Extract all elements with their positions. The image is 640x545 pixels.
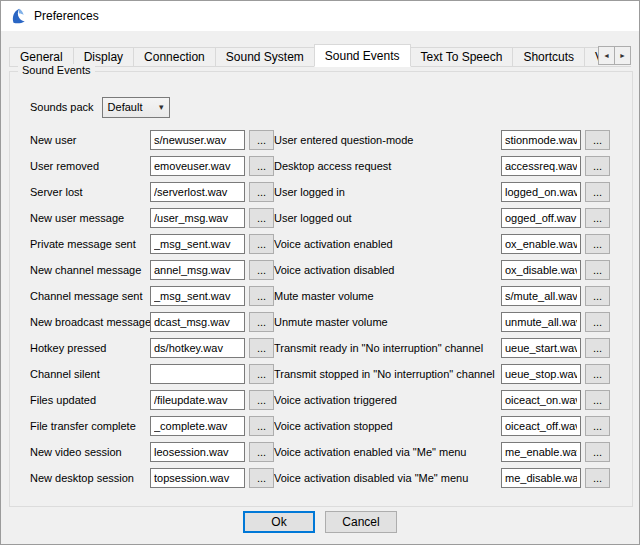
browse-button[interactable]: ... <box>249 442 274 462</box>
sound-event-row: New broadcast message... <box>30 311 274 332</box>
browse-button[interactable]: ... <box>249 364 274 384</box>
sound-file-input[interactable] <box>150 260 245 280</box>
sound-file-input[interactable] <box>501 416 581 436</box>
browse-button[interactable]: ... <box>249 312 274 332</box>
browse-button[interactable]: ... <box>249 182 274 202</box>
browse-button[interactable]: ... <box>585 234 610 254</box>
tab-scroll-left-icon[interactable]: ◄ <box>598 46 615 65</box>
sound-file-input[interactable] <box>150 364 245 384</box>
sound-file-input[interactable] <box>501 234 581 254</box>
cancel-button[interactable]: Cancel <box>325 511 397 533</box>
sound-file-input[interactable] <box>150 286 245 306</box>
tab-sound-system[interactable]: Sound System <box>215 47 315 67</box>
sound-event-row: New user message... <box>30 207 274 228</box>
browse-button[interactable]: ... <box>585 260 610 280</box>
sound-file-input[interactable] <box>501 468 581 488</box>
sound-file-input[interactable] <box>150 208 245 228</box>
sound-event-row: Files updated... <box>30 389 274 410</box>
sound-event-label: Files updated <box>30 394 150 406</box>
sound-event-row: Channel silent... <box>30 363 274 384</box>
sounds-pack-label: Sounds pack <box>30 101 94 113</box>
sound-event-row: Transmit stopped in "No interruption" ch… <box>274 363 610 384</box>
sound-file-input[interactable] <box>150 130 245 150</box>
sound-event-label: File transfer complete <box>30 420 150 432</box>
sound-file-input[interactable] <box>150 416 245 436</box>
sound-event-label: Mute master volume <box>274 290 501 302</box>
sound-file-input[interactable] <box>501 208 581 228</box>
sound-event-label: Transmit stopped in "No interruption" ch… <box>274 368 501 380</box>
browse-button[interactable]: ... <box>249 416 274 436</box>
sound-event-row: Voice activation stopped... <box>274 415 610 436</box>
browse-button[interactable]: ... <box>585 208 610 228</box>
sound-file-input[interactable] <box>501 390 581 410</box>
sounds-pack-select[interactable]: Default ▾ <box>102 97 170 118</box>
tab-text-to-speech[interactable]: Text To Speech <box>410 47 514 67</box>
sound-event-label: Channel message sent <box>30 290 150 302</box>
sound-file-input[interactable] <box>501 364 581 384</box>
browse-button[interactable]: ... <box>249 338 274 358</box>
ok-button[interactable]: Ok <box>243 511 315 533</box>
browse-button[interactable]: ... <box>585 416 610 436</box>
browse-button[interactable]: ... <box>585 390 610 410</box>
browse-button[interactable]: ... <box>585 364 610 384</box>
browse-button[interactable]: ... <box>585 286 610 306</box>
browse-button[interactable]: ... <box>585 468 610 488</box>
sound-file-input[interactable] <box>150 234 245 254</box>
sound-file-input[interactable] <box>150 312 245 332</box>
sound-event-row: New desktop session... <box>30 467 274 488</box>
browse-button[interactable]: ... <box>585 182 610 202</box>
app-icon <box>9 7 27 25</box>
sound-file-input[interactable] <box>501 338 581 358</box>
sound-event-label: New user <box>30 134 150 146</box>
sound-event-label: User logged out <box>274 212 501 224</box>
sound-file-input[interactable] <box>501 156 581 176</box>
sound-event-label: Transmit ready in "No interruption" chan… <box>274 342 501 354</box>
browse-button[interactable]: ... <box>249 468 274 488</box>
browse-button[interactable]: ... <box>249 390 274 410</box>
sound-file-input[interactable] <box>501 312 581 332</box>
browse-button[interactable]: ... <box>585 130 610 150</box>
browse-button[interactable]: ... <box>249 208 274 228</box>
sound-file-input[interactable] <box>150 468 245 488</box>
browse-button[interactable]: ... <box>249 234 274 254</box>
dialog-footer: Ok Cancel <box>1 511 639 533</box>
tab-sound-events[interactable]: Sound Events <box>314 44 411 67</box>
tab-connection[interactable]: Connection <box>133 47 216 67</box>
browse-button[interactable]: ... <box>585 442 610 462</box>
sound-file-input[interactable] <box>501 442 581 462</box>
browse-button[interactable]: ... <box>249 260 274 280</box>
sound-event-label: Voice activation triggered <box>274 394 501 406</box>
sound-event-row: New video session... <box>30 441 274 462</box>
sound-event-row: User logged out... <box>274 207 610 228</box>
browse-button[interactable]: ... <box>249 130 274 150</box>
sound-event-columns: New user...User removed...Server lost...… <box>30 129 610 488</box>
sound-event-row: Mute master volume... <box>274 285 610 306</box>
sound-file-input[interactable] <box>150 156 245 176</box>
sound-file-input[interactable] <box>501 130 581 150</box>
sound-event-row: Voice activation disabled... <box>274 259 610 280</box>
sound-file-input[interactable] <box>150 182 245 202</box>
window-title: Preferences <box>34 9 99 23</box>
sound-event-row: Unmute master volume... <box>274 311 610 332</box>
sound-event-row: Server lost... <box>30 181 274 202</box>
sound-file-input[interactable] <box>150 442 245 462</box>
browse-button[interactable]: ... <box>585 312 610 332</box>
sound-file-input[interactable] <box>501 182 581 202</box>
sound-event-row: Private message sent... <box>30 233 274 254</box>
sound-event-row: File transfer complete... <box>30 415 274 436</box>
browse-button[interactable]: ... <box>585 338 610 358</box>
preferences-window: Preferences GeneralDisplayConnectionSoun… <box>0 0 640 545</box>
sound-file-input[interactable] <box>150 390 245 410</box>
sound-file-input[interactable] <box>150 338 245 358</box>
browse-button[interactable]: ... <box>585 156 610 176</box>
sound-file-input[interactable] <box>501 286 581 306</box>
tab-shortcuts[interactable]: Shortcuts <box>512 47 585 67</box>
title-bar[interactable]: Preferences <box>1 1 639 31</box>
sound-file-input[interactable] <box>501 260 581 280</box>
tab-scroll-right-icon[interactable]: ► <box>614 46 631 65</box>
sounds-pack-value: Default <box>108 101 143 113</box>
browse-button[interactable]: ... <box>249 286 274 306</box>
sound-event-label: Desktop access request <box>274 160 501 172</box>
sound-event-label: Voice activation disabled <box>274 264 501 276</box>
browse-button[interactable]: ... <box>249 156 274 176</box>
